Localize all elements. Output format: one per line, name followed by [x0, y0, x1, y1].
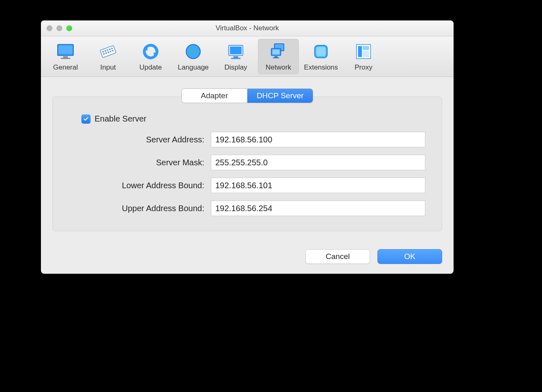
minimize-button[interactable]	[56, 25, 62, 31]
svg-rect-3	[61, 58, 70, 59]
label-server-mask: Server Mask:	[69, 158, 204, 167]
toolbar-label: General	[53, 63, 78, 72]
toolbar-item-general[interactable]: General	[45, 39, 86, 74]
label-upper-bound: Upper Address Bound:	[69, 204, 204, 213]
display-icon	[226, 42, 245, 61]
toolbar-label: Network	[266, 63, 291, 72]
toolbar-label: Extensions	[304, 63, 338, 72]
window-title: VirtualBox - Network	[41, 24, 454, 32]
svg-rect-25	[273, 50, 280, 54]
svg-rect-32	[363, 46, 369, 50]
ok-button[interactable]: OK	[377, 249, 442, 264]
proxy-icon	[354, 42, 373, 61]
toolbar-item-language[interactable]: Language	[173, 39, 214, 74]
toolbar-item-extensions[interactable]: Extensions	[300, 39, 341, 74]
toolbar-item-proxy[interactable]: Proxy	[343, 39, 384, 74]
network-icon	[269, 42, 288, 61]
svg-rect-2	[63, 56, 68, 58]
extensions-icon	[312, 42, 330, 61]
zoom-button[interactable]	[66, 25, 72, 31]
globe-icon	[184, 42, 203, 61]
svg-rect-31	[358, 46, 362, 57]
svg-rect-22	[231, 58, 241, 59]
refresh-icon	[141, 42, 160, 61]
input-server-address[interactable]	[211, 132, 425, 147]
enable-server-checkbox[interactable]	[81, 115, 90, 124]
toolbar-label: Update	[140, 63, 162, 72]
tab-adapter[interactable]: Adapter	[182, 89, 247, 103]
keyboard-icon	[99, 42, 117, 61]
settings-panel: Adapter DHCP Server Enable Server Server…	[52, 97, 442, 231]
preferences-window: VirtualBox - Network General Input Updat…	[41, 20, 454, 274]
content: Adapter DHCP Server Enable Server Server…	[41, 77, 454, 239]
close-button[interactable]	[47, 25, 52, 31]
segmented-control: Adapter DHCP Server	[182, 89, 313, 103]
toolbar-item-network[interactable]: Network	[258, 39, 299, 74]
toolbar-label: Proxy	[355, 63, 372, 72]
toolbar-label: Display	[224, 63, 247, 72]
svg-rect-21	[233, 56, 238, 58]
svg-rect-27	[273, 57, 279, 58]
input-upper-bound[interactable]	[211, 201, 425, 216]
label-server-address: Server Address:	[69, 135, 204, 144]
dhcp-form: Server Address: Server Mask: Lower Addre…	[69, 132, 425, 216]
monitor-icon	[56, 42, 75, 61]
svg-rect-1	[59, 45, 73, 54]
dialog-buttons: Cancel OK	[41, 239, 454, 274]
svg-rect-26	[274, 56, 278, 58]
svg-rect-20	[230, 47, 242, 54]
toolbar-item-display[interactable]: Display	[215, 39, 256, 74]
enable-server-label: Enable Server	[95, 114, 147, 124]
toolbar: General Input Update Language Display	[41, 36, 454, 77]
check-icon	[83, 116, 89, 122]
toolbar-label: Language	[178, 63, 209, 72]
toolbar-item-input[interactable]: Input	[88, 39, 129, 74]
label-lower-bound: Lower Address Bound:	[69, 181, 204, 190]
enable-server-row: Enable Server	[81, 114, 425, 124]
input-server-mask[interactable]	[211, 155, 425, 170]
input-lower-bound[interactable]	[211, 178, 425, 193]
toolbar-label: Input	[100, 63, 116, 72]
toolbar-item-update[interactable]: Update	[130, 39, 171, 74]
svg-rect-29	[316, 47, 326, 56]
titlebar: VirtualBox - Network	[41, 20, 454, 36]
svg-rect-33	[363, 51, 369, 57]
traffic-lights	[41, 25, 72, 31]
tab-dhcp-server[interactable]: DHCP Server	[247, 89, 313, 103]
cancel-button[interactable]: Cancel	[305, 249, 370, 264]
